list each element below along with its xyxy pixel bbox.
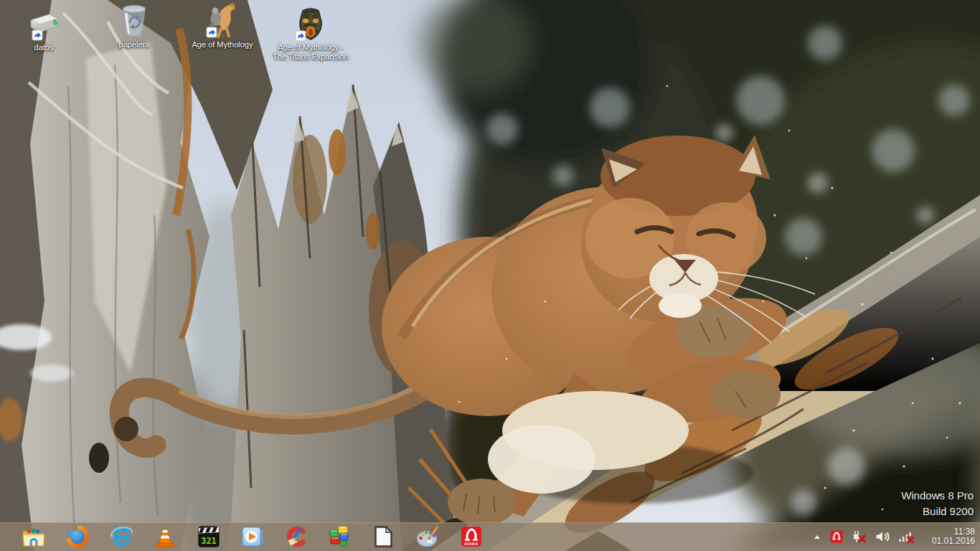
- age-of-mythology-icon: [205, 1, 240, 39]
- signal-bars-disconnected-icon: [898, 529, 914, 544]
- ethernet-disconnected-tray-icon[interactable]: [851, 529, 867, 544]
- file-explorer-icon: [22, 527, 45, 547]
- avira-tray-icon[interactable]: [830, 530, 843, 543]
- desktop: datos papelera: [0, 0, 980, 551]
- watermark-edition: Windows 8 Pro: [901, 488, 974, 504]
- system-tray: 11:38 01.01.2016: [812, 522, 980, 551]
- taskbar-button-windows-media-player[interactable]: [230, 522, 274, 551]
- taskbar-button-firefox[interactable]: [55, 522, 99, 551]
- age-of-mythology-titans-icon: [295, 7, 326, 42]
- speaker-icon: [875, 529, 890, 544]
- show-hidden-icons-button[interactable]: [812, 532, 822, 541]
- volume-tray-icon[interactable]: [875, 529, 890, 544]
- vlc-icon: [155, 526, 175, 547]
- taskbar-button-media-player-classic[interactable]: 321: [187, 522, 230, 551]
- avira-icon: AVIRA: [461, 526, 482, 547]
- paint-icon: [416, 526, 439, 547]
- desktop-icon-datos[interactable]: datos: [4, 4, 84, 52]
- taskbar-button-ccleaner[interactable]: [274, 522, 318, 551]
- taskbar: 321: [0, 522, 980, 551]
- taskbar-button-avira[interactable]: AVIRA: [449, 522, 493, 551]
- desktop-icon-papelera[interactable]: papelera: [94, 1, 174, 50]
- recycle-bin-icon: [118, 3, 150, 39]
- avira-icon: [830, 530, 843, 543]
- clock-date: 01.01.2016: [925, 537, 975, 546]
- windows-build-watermark: Windows 8 Pro Build 9200: [901, 488, 974, 519]
- desktop-icon-label: papelera: [119, 40, 150, 50]
- avira-label: AVIRA: [464, 542, 479, 546]
- chevron-up-icon: [812, 532, 822, 541]
- taskbar-button-defraggler[interactable]: [318, 522, 362, 551]
- firefox-icon: [67, 526, 88, 547]
- taskbar-clock[interactable]: 11:38 01.01.2016: [922, 527, 975, 546]
- desktop-icon-age-of-mythology[interactable]: Age of Mythology: [182, 1, 263, 50]
- desktop-icon-age-of-mythology-titans[interactable]: Age of Mythology - The Titans Expansion: [270, 4, 351, 62]
- taskbar-button-paint[interactable]: [405, 522, 449, 551]
- desktop-icon-label: Age of Mythology: [192, 40, 253, 50]
- defraggler-icon: [329, 526, 351, 547]
- wallpaper-cougar-photo: [0, 0, 980, 551]
- taskbar-button-vlc[interactable]: [143, 522, 187, 551]
- internet-explorer-icon: [110, 526, 133, 547]
- external-drive-icon: [25, 9, 62, 42]
- watermark-build: Build 9200: [901, 504, 974, 519]
- taskbar-button-libreoffice[interactable]: [362, 522, 405, 551]
- taskbar-button-file-explorer[interactable]: [11, 522, 55, 551]
- taskbar-button-internet-explorer[interactable]: [99, 522, 143, 551]
- windows-media-player-icon: [242, 526, 263, 547]
- taskbar-pinned-apps: 321: [11, 522, 493, 551]
- desktop-icon-label: datos: [34, 43, 54, 52]
- ethernet-disconnected-icon: [851, 529, 867, 544]
- network-disconnected-tray-icon[interactable]: [898, 529, 914, 544]
- mpc-321-label: 321: [201, 536, 217, 546]
- media-player-classic-icon: 321: [198, 526, 220, 547]
- libreoffice-icon: [374, 526, 393, 547]
- desktop-icon-label: Age of Mythology - The Titans Expansion: [272, 43, 349, 62]
- ccleaner-icon: [286, 526, 307, 547]
